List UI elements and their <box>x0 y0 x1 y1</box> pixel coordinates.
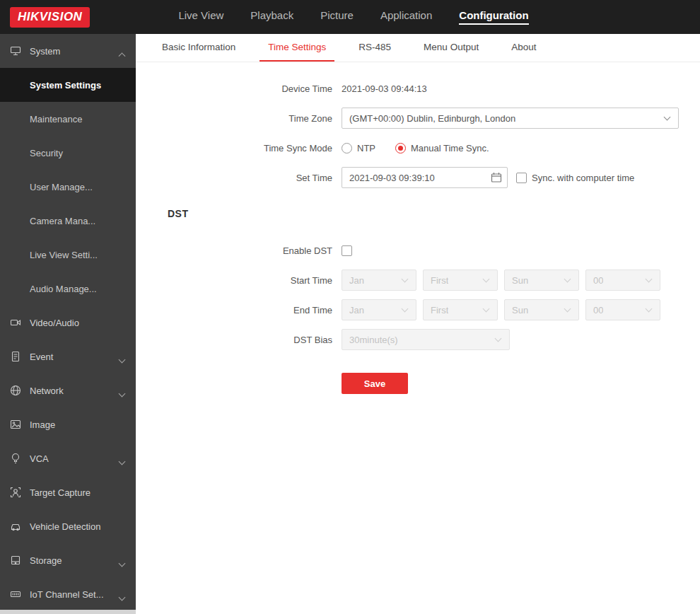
chevron-down-icon <box>564 306 571 313</box>
ntp-radio-label: NTP <box>357 143 375 154</box>
sidebar-item-label: Security <box>30 148 63 158</box>
start-time-label: Start Time <box>136 275 342 286</box>
sidebar-item-label: Maintenance <box>30 114 82 124</box>
sidebar-item-system-settings[interactable]: System Settings <box>0 68 136 102</box>
sidebar-item-label: Network <box>30 386 64 396</box>
chevron-up-icon <box>119 48 124 59</box>
sidebar-item-system[interactable]: System <box>0 34 136 68</box>
time-zone-label: Time Zone <box>136 113 342 124</box>
sidebar-item-label: VCA <box>30 453 49 464</box>
topbar: HIKVISION Live ViewPlaybackPictureApplic… <box>0 0 700 34</box>
time-zone-row: Time Zone (GMT+00:00) Dublin, Edinburgh,… <box>136 108 700 129</box>
sidebar: SystemSystem SettingsMaintenanceSecurity… <box>0 34 136 614</box>
top-nav-playback[interactable]: Playback <box>250 9 293 25</box>
tab-about[interactable]: About <box>503 34 544 62</box>
start-time-day-value: Sun <box>512 275 528 286</box>
top-nav-application[interactable]: Application <box>380 9 432 25</box>
chevron-down-icon <box>564 276 571 283</box>
sidebar-item-label: Live View Setti... <box>30 250 98 260</box>
event-icon <box>10 351 21 362</box>
sidebar-item-live-view-setti[interactable]: Live View Setti... <box>0 238 136 272</box>
sidebar-item-label: System Settings <box>30 80 101 91</box>
end-time-day-select: Sun <box>504 299 579 320</box>
tab-bar: Basic InformationTime SettingsRS-485Menu… <box>136 34 700 62</box>
sidebar-item-label: Event <box>30 352 53 362</box>
ntp-radio[interactable] <box>342 143 352 154</box>
dst-bias-value: 30minute(s) <box>349 335 398 345</box>
time-zone-select[interactable]: (GMT+00:00) Dublin, Edinburgh, London <box>342 108 679 129</box>
sidebar-item-target-capture[interactable]: Target Capture <box>0 475 136 509</box>
chevron-down-icon <box>483 276 490 283</box>
calendar-icon[interactable] <box>491 172 502 183</box>
end-time-week-select: First <box>423 299 498 320</box>
sidebar-items: SystemSystem SettingsMaintenanceSecurity… <box>0 34 136 611</box>
dst-bias-row: DST Bias 30minute(s) <box>136 329 700 350</box>
vca-icon <box>10 453 21 464</box>
image-icon <box>10 419 21 430</box>
time-sync-mode-options: NTPManual Time Sync. <box>342 143 509 154</box>
start-time-month-select: Jan <box>342 270 416 291</box>
chevron-down-icon <box>646 276 653 283</box>
sync-computer-time-label: Sync. with computer time <box>532 173 634 183</box>
target-capture-icon <box>10 487 21 498</box>
vehicle-detection-icon <box>10 521 21 532</box>
sidebar-item-iot-channel-set[interactable]: IoT Channel Set... <box>0 577 136 611</box>
tab-basic-information[interactable]: Basic Information <box>153 34 244 62</box>
end-time-month-select: Jan <box>342 299 416 320</box>
sidebar-scroll-strip[interactable] <box>0 610 136 614</box>
top-nav-live-view[interactable]: Live View <box>178 9 223 25</box>
manual-time-sync-radio[interactable] <box>395 143 406 154</box>
sidebar-item-vehicle-detection[interactable]: Vehicle Detection <box>0 509 136 543</box>
sidebar-item-label: Camera Mana... <box>30 216 95 226</box>
hikvision-config-page: HIKVISION Live ViewPlaybackPictureApplic… <box>0 0 700 614</box>
sidebar-item-label: Audio Manage... <box>30 284 97 294</box>
radio-option-ntp: NTP <box>342 143 375 154</box>
sidebar-item-security[interactable]: Security <box>0 136 136 170</box>
top-nav-picture[interactable]: Picture <box>320 9 354 25</box>
time-zone-value: (GMT+00:00) Dublin, Edinburgh, London <box>349 113 515 124</box>
end-time-hour-select: 00 <box>585 299 660 320</box>
sidebar-item-maintenance[interactable]: Maintenance <box>0 102 136 136</box>
dst-bias-label: DST Bias <box>136 335 342 345</box>
time-sync-mode-row: Time Sync Mode NTPManual Time Sync. <box>136 137 700 158</box>
sidebar-item-label: System <box>30 46 60 57</box>
set-time-input-wrap <box>342 167 508 188</box>
chevron-down-icon <box>119 591 124 602</box>
radio-option-manual-time-sync: Manual Time Sync. <box>395 143 489 154</box>
time-settings-form: Device Time 2021-09-03 09:44:13 Time Zon… <box>136 62 700 394</box>
start-time-selects: JanFirstSun00 <box>342 270 660 291</box>
enable-dst-label: Enable DST <box>136 245 342 256</box>
enable-dst-checkbox[interactable] <box>342 245 352 256</box>
end-time-hour-value: 00 <box>593 305 603 315</box>
sidebar-item-image[interactable]: Image <box>0 407 136 441</box>
save-button[interactable]: Save <box>342 373 408 394</box>
video-audio-icon <box>10 317 21 328</box>
tab-time-settings[interactable]: Time Settings <box>259 34 334 62</box>
top-nav-configuration[interactable]: Configuration <box>459 9 528 25</box>
top-nav: Live ViewPlaybackPictureApplicationConfi… <box>178 9 528 25</box>
sidebar-item-label: Image <box>30 419 55 430</box>
sidebar-item-video-audio[interactable]: Video/Audio <box>0 306 136 340</box>
chevron-down-icon <box>483 306 490 313</box>
sidebar-item-user-manage[interactable]: User Manage... <box>0 170 136 204</box>
sidebar-item-storage[interactable]: Storage <box>0 543 136 577</box>
device-time-label: Device Time <box>136 83 342 94</box>
tab-menu-output[interactable]: Menu Output <box>415 34 487 62</box>
start-time-hour-value: 00 <box>593 275 603 286</box>
tab-rs-485[interactable]: RS-485 <box>350 34 399 62</box>
end-time-label: End Time <box>136 305 342 315</box>
chevron-down-icon <box>119 354 124 364</box>
end-time-month-value: Jan <box>349 305 364 315</box>
sidebar-item-event[interactable]: Event <box>0 340 136 373</box>
start-time-day-select: Sun <box>504 270 579 291</box>
chevron-down-icon <box>119 557 124 568</box>
sidebar-item-audio-manage[interactable]: Audio Manage... <box>0 272 136 306</box>
set-time-input[interactable] <box>342 167 508 188</box>
dst-bias-select: 30minute(s) <box>342 329 510 350</box>
sidebar-item-network[interactable]: Network <box>0 373 136 407</box>
sync-computer-time-checkbox[interactable] <box>516 173 527 183</box>
chevron-down-icon <box>495 335 502 342</box>
start-time-hour-select: 00 <box>585 270 660 291</box>
sidebar-item-camera-mana[interactable]: Camera Mana... <box>0 204 136 238</box>
sidebar-item-vca[interactable]: VCA <box>0 441 136 475</box>
